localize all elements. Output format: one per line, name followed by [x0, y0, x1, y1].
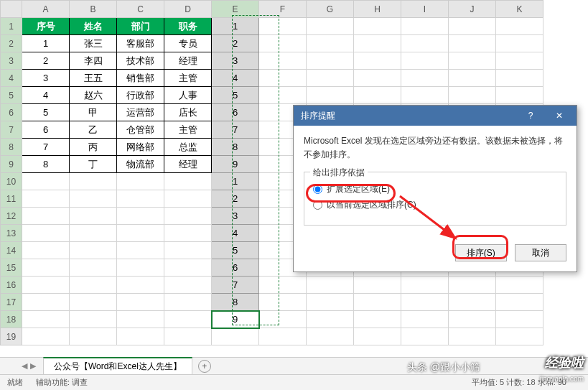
cell[interactable]: [117, 311, 164, 328]
cell[interactable]: [22, 242, 70, 259]
cell[interactable]: 李四: [70, 52, 117, 70]
cell[interactable]: [212, 328, 259, 345]
cell[interactable]: 1: [22, 35, 70, 52]
cell[interactable]: [354, 87, 401, 104]
cell[interactable]: [401, 311, 449, 328]
close-button[interactable]: ✕: [545, 107, 574, 124]
cell[interactable]: [496, 70, 543, 87]
cancel-button[interactable]: 取消: [515, 244, 566, 261]
cell[interactable]: 人事: [164, 87, 212, 104]
cell[interactable]: 4: [212, 70, 259, 87]
cell[interactable]: 7: [212, 121, 259, 139]
cell[interactable]: [22, 294, 70, 311]
cell[interactable]: 5: [212, 242, 259, 259]
cell[interactable]: 8: [22, 156, 70, 173]
cell[interactable]: [496, 35, 543, 52]
cell[interactable]: 3: [212, 208, 259, 225]
cell[interactable]: [70, 328, 117, 345]
cell[interactable]: [117, 277, 164, 294]
row-13[interactable]: 13: [1, 225, 22, 242]
cell[interactable]: 总监: [164, 139, 212, 156]
cell[interactable]: [449, 70, 496, 87]
cell[interactable]: 丙: [70, 139, 117, 156]
cell[interactable]: [70, 242, 117, 259]
cell[interactable]: [117, 294, 164, 311]
cell[interactable]: [401, 35, 449, 52]
cell[interactable]: [164, 208, 212, 225]
cell[interactable]: [354, 294, 401, 311]
cell[interactable]: [117, 225, 164, 242]
select-all-corner[interactable]: [1, 1, 22, 18]
cell[interactable]: [22, 259, 70, 277]
row-2[interactable]: 2: [1, 35, 22, 52]
cell[interactable]: [354, 311, 401, 328]
cell[interactable]: [307, 328, 354, 345]
cell[interactable]: [164, 277, 212, 294]
cell[interactable]: [22, 225, 70, 242]
cell[interactable]: 2: [22, 52, 70, 70]
cell[interactable]: [22, 190, 70, 208]
cell[interactable]: 仓管部: [117, 121, 164, 139]
cell[interactable]: [449, 87, 496, 104]
cell[interactable]: [70, 277, 117, 294]
sort-button[interactable]: 排序(S): [455, 244, 507, 261]
cell[interactable]: 经理: [164, 156, 212, 173]
cell[interactable]: [22, 328, 70, 345]
cell[interactable]: [496, 277, 543, 294]
cell[interactable]: [70, 190, 117, 208]
cell[interactable]: [496, 328, 543, 345]
cell[interactable]: 3: [212, 52, 259, 70]
cell[interactable]: [164, 242, 212, 259]
cell[interactable]: 8: [212, 294, 259, 311]
cell[interactable]: [22, 277, 70, 294]
cell[interactable]: 1: [212, 18, 259, 35]
cell[interactable]: [117, 328, 164, 345]
row-6[interactable]: 6: [1, 104, 22, 121]
cell[interactable]: [449, 35, 496, 52]
cell[interactable]: [449, 328, 496, 345]
cell[interactable]: 部门: [117, 18, 164, 35]
cell[interactable]: [307, 311, 354, 328]
col-E[interactable]: E: [212, 1, 259, 18]
cell[interactable]: 网络部: [117, 139, 164, 156]
col-C[interactable]: C: [117, 1, 164, 18]
row-16[interactable]: 16: [1, 277, 22, 294]
cell[interactable]: [259, 18, 307, 35]
cell[interactable]: [164, 294, 212, 311]
cell[interactable]: [354, 277, 401, 294]
cell[interactable]: 主管: [164, 121, 212, 139]
cell[interactable]: 2: [212, 35, 259, 52]
cell[interactable]: 店长: [164, 104, 212, 121]
radio-expand-selection[interactable]: 扩展选定区域(E): [313, 183, 557, 195]
cell[interactable]: 客服部: [117, 35, 164, 52]
cell[interactable]: [496, 52, 543, 70]
col-A[interactable]: A: [22, 1, 70, 18]
cell[interactable]: [354, 35, 401, 52]
cell[interactable]: [117, 190, 164, 208]
cell[interactable]: [117, 242, 164, 259]
cell[interactable]: 甲: [70, 104, 117, 121]
cell[interactable]: 主管: [164, 70, 212, 87]
cell[interactable]: [22, 208, 70, 225]
cell[interactable]: [449, 277, 496, 294]
cell[interactable]: 6: [22, 121, 70, 139]
cell[interactable]: 3: [22, 70, 70, 87]
cell[interactable]: [449, 52, 496, 70]
cell[interactable]: [259, 52, 307, 70]
dialog-titlebar[interactable]: 排序提醒 ? ✕: [294, 106, 577, 126]
cell[interactable]: 行政部: [117, 87, 164, 104]
cell[interactable]: 运营部: [117, 104, 164, 121]
cell[interactable]: 赵六: [70, 87, 117, 104]
cell[interactable]: 5: [212, 87, 259, 104]
cell[interactable]: 6: [212, 104, 259, 121]
cell[interactable]: [449, 18, 496, 35]
cell[interactable]: [164, 259, 212, 277]
cell[interactable]: [22, 173, 70, 190]
tab-nav-controls[interactable]: ◀ ▶: [22, 361, 36, 371]
cell[interactable]: 9: [212, 156, 259, 173]
cell[interactable]: 物流部: [117, 156, 164, 173]
cell[interactable]: [307, 52, 354, 70]
cell[interactable]: [117, 173, 164, 190]
cell[interactable]: [307, 294, 354, 311]
cell[interactable]: [449, 311, 496, 328]
